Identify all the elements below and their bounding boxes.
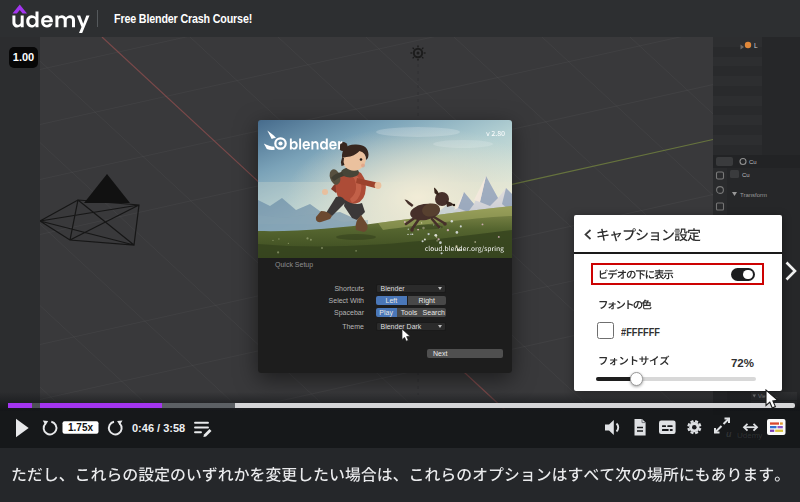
- svg-text:Cu: Cu: [742, 172, 750, 178]
- svg-text:1.75x: 1.75x: [68, 422, 93, 433]
- svg-text:L: L: [754, 42, 758, 49]
- svg-text:Cu: Cu: [749, 159, 757, 165]
- svg-text:0:46 / 3:58: 0:46 / 3:58: [132, 422, 185, 434]
- svg-text:Transform: Transform: [740, 192, 767, 198]
